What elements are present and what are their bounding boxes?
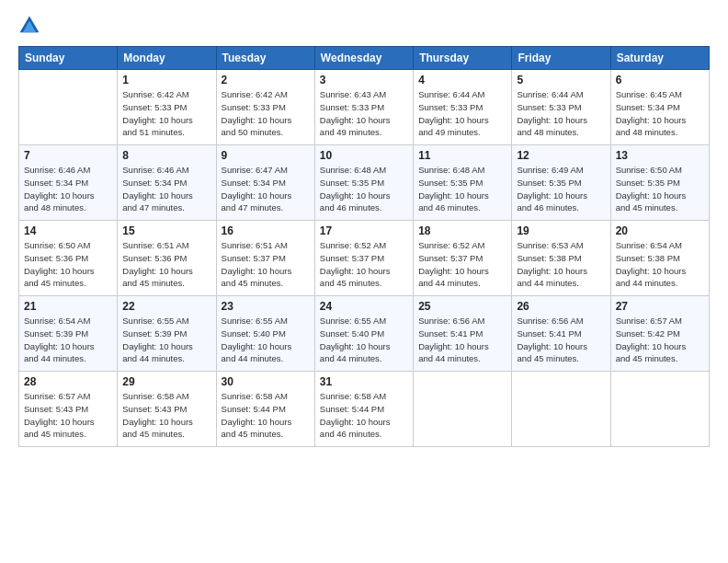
calendar-cell: 24Sunrise: 6:55 AM Sunset: 5:40 PM Dayli… [314, 296, 413, 372]
day-number: 6 [616, 74, 704, 86]
calendar-cell: 20Sunrise: 6:54 AM Sunset: 5:38 PM Dayli… [610, 221, 709, 296]
weekday-header-tuesday: Tuesday [216, 47, 314, 70]
day-number: 4 [418, 74, 506, 86]
logo [18, 15, 42, 37]
day-number: 26 [517, 300, 605, 313]
day-number: 8 [122, 149, 210, 162]
day-number: 25 [418, 300, 506, 313]
calendar-cell: 8Sunrise: 6:46 AM Sunset: 5:34 PM Daylig… [118, 145, 216, 221]
day-number: 16 [222, 224, 310, 237]
day-number: 28 [24, 375, 112, 388]
day-info: Sunrise: 6:57 AM Sunset: 5:43 PM Dayligh… [24, 390, 112, 441]
day-info: Sunrise: 6:48 AM Sunset: 5:35 PM Dayligh… [418, 164, 506, 214]
calendar-cell: 16Sunrise: 6:51 AM Sunset: 5:37 PM Dayli… [216, 221, 314, 296]
day-info: Sunrise: 6:49 AM Sunset: 5:35 PM Dayligh… [517, 164, 605, 214]
day-number: 15 [122, 224, 210, 237]
day-info: Sunrise: 6:46 AM Sunset: 5:34 PM Dayligh… [122, 164, 210, 214]
day-number: 29 [122, 375, 210, 388]
day-number: 2 [222, 74, 310, 86]
calendar-cell: 7Sunrise: 6:46 AM Sunset: 5:34 PM Daylig… [19, 145, 118, 221]
calendar-cell: 10Sunrise: 6:48 AM Sunset: 5:35 PM Dayli… [314, 145, 413, 221]
weekday-header-sunday: Sunday [19, 47, 118, 70]
calendar-cell: 15Sunrise: 6:51 AM Sunset: 5:36 PM Dayli… [118, 221, 216, 296]
header [18, 15, 710, 37]
day-number: 27 [616, 300, 704, 313]
day-info: Sunrise: 6:58 AM Sunset: 5:43 PM Dayligh… [122, 390, 210, 441]
day-info: Sunrise: 6:54 AM Sunset: 5:38 PM Dayligh… [616, 239, 704, 290]
calendar-cell: 5Sunrise: 6:44 AM Sunset: 5:33 PM Daylig… [512, 70, 610, 145]
day-number: 22 [122, 300, 210, 313]
day-info: Sunrise: 6:52 AM Sunset: 5:37 PM Dayligh… [418, 239, 506, 290]
calendar-cell [512, 372, 610, 447]
day-number: 3 [320, 74, 408, 86]
day-info: Sunrise: 6:52 AM Sunset: 5:37 PM Dayligh… [320, 239, 408, 290]
day-number: 19 [517, 224, 605, 237]
weekday-header-monday: Monday [118, 47, 216, 70]
weekday-header-friday: Friday [512, 47, 610, 70]
day-number: 31 [320, 375, 408, 388]
day-info: Sunrise: 6:50 AM Sunset: 5:35 PM Dayligh… [616, 164, 704, 214]
calendar-cell: 23Sunrise: 6:55 AM Sunset: 5:40 PM Dayli… [216, 296, 314, 372]
calendar-cell: 9Sunrise: 6:47 AM Sunset: 5:34 PM Daylig… [216, 145, 314, 221]
day-info: Sunrise: 6:58 AM Sunset: 5:44 PM Dayligh… [222, 390, 310, 441]
week-row-2: 7Sunrise: 6:46 AM Sunset: 5:34 PM Daylig… [19, 145, 710, 221]
day-number: 18 [418, 224, 506, 237]
day-info: Sunrise: 6:53 AM Sunset: 5:38 PM Dayligh… [517, 239, 605, 290]
day-number: 23 [222, 300, 310, 313]
day-info: Sunrise: 6:44 AM Sunset: 5:33 PM Dayligh… [517, 88, 605, 139]
day-info: Sunrise: 6:54 AM Sunset: 5:39 PM Dayligh… [24, 315, 112, 365]
calendar-cell: 26Sunrise: 6:56 AM Sunset: 5:41 PM Dayli… [512, 296, 610, 372]
calendar-cell [19, 70, 118, 145]
day-number: 21 [24, 300, 112, 313]
calendar-cell: 17Sunrise: 6:52 AM Sunset: 5:37 PM Dayli… [314, 221, 413, 296]
calendar-cell: 13Sunrise: 6:50 AM Sunset: 5:35 PM Dayli… [610, 145, 709, 221]
day-number: 1 [122, 74, 210, 86]
calendar-cell: 12Sunrise: 6:49 AM Sunset: 5:35 PM Dayli… [512, 145, 610, 221]
calendar-cell: 28Sunrise: 6:57 AM Sunset: 5:43 PM Dayli… [19, 372, 118, 447]
day-number: 20 [616, 224, 704, 237]
day-info: Sunrise: 6:57 AM Sunset: 5:42 PM Dayligh… [616, 315, 704, 365]
day-info: Sunrise: 6:46 AM Sunset: 5:34 PM Dayligh… [24, 164, 112, 214]
calendar-cell: 19Sunrise: 6:53 AM Sunset: 5:38 PM Dayli… [512, 221, 610, 296]
day-number: 10 [320, 149, 408, 162]
calendar-cell [610, 372, 709, 447]
logo-icon [18, 15, 40, 37]
day-info: Sunrise: 6:58 AM Sunset: 5:44 PM Dayligh… [320, 390, 408, 441]
week-row-3: 14Sunrise: 6:50 AM Sunset: 5:36 PM Dayli… [19, 221, 710, 296]
day-number: 5 [517, 74, 605, 86]
calendar-cell: 27Sunrise: 6:57 AM Sunset: 5:42 PM Dayli… [610, 296, 709, 372]
calendar-cell: 25Sunrise: 6:56 AM Sunset: 5:41 PM Dayli… [414, 296, 512, 372]
day-info: Sunrise: 6:42 AM Sunset: 5:33 PM Dayligh… [122, 88, 210, 139]
day-number: 13 [616, 149, 704, 162]
day-number: 7 [24, 149, 112, 162]
calendar-table: SundayMondayTuesdayWednesdayThursdayFrid… [18, 46, 710, 447]
day-info: Sunrise: 6:55 AM Sunset: 5:40 PM Dayligh… [222, 315, 310, 365]
page: SundayMondayTuesdayWednesdayThursdayFrid… [0, 0, 728, 563]
day-info: Sunrise: 6:56 AM Sunset: 5:41 PM Dayligh… [517, 315, 605, 365]
day-number: 11 [418, 149, 506, 162]
day-info: Sunrise: 6:44 AM Sunset: 5:33 PM Dayligh… [418, 88, 506, 139]
day-info: Sunrise: 6:47 AM Sunset: 5:34 PM Dayligh… [222, 164, 310, 214]
calendar-cell: 2Sunrise: 6:42 AM Sunset: 5:33 PM Daylig… [216, 70, 314, 145]
calendar-cell: 11Sunrise: 6:48 AM Sunset: 5:35 PM Dayli… [414, 145, 512, 221]
day-number: 17 [320, 224, 408, 237]
calendar-cell: 14Sunrise: 6:50 AM Sunset: 5:36 PM Dayli… [19, 221, 118, 296]
day-info: Sunrise: 6:43 AM Sunset: 5:33 PM Dayligh… [320, 88, 408, 139]
calendar-cell: 22Sunrise: 6:55 AM Sunset: 5:39 PM Dayli… [118, 296, 216, 372]
day-info: Sunrise: 6:56 AM Sunset: 5:41 PM Dayligh… [418, 315, 506, 365]
week-row-5: 28Sunrise: 6:57 AM Sunset: 5:43 PM Dayli… [19, 372, 710, 447]
calendar-cell: 21Sunrise: 6:54 AM Sunset: 5:39 PM Dayli… [19, 296, 118, 372]
calendar-cell: 30Sunrise: 6:58 AM Sunset: 5:44 PM Dayli… [216, 372, 314, 447]
calendar-cell: 18Sunrise: 6:52 AM Sunset: 5:37 PM Dayli… [414, 221, 512, 296]
calendar-cell: 1Sunrise: 6:42 AM Sunset: 5:33 PM Daylig… [118, 70, 216, 145]
day-number: 30 [222, 375, 310, 388]
day-info: Sunrise: 6:51 AM Sunset: 5:37 PM Dayligh… [222, 239, 310, 290]
day-info: Sunrise: 6:51 AM Sunset: 5:36 PM Dayligh… [122, 239, 210, 290]
week-row-4: 21Sunrise: 6:54 AM Sunset: 5:39 PM Dayli… [19, 296, 710, 372]
day-number: 24 [320, 300, 408, 313]
weekday-header-thursday: Thursday [414, 47, 512, 70]
calendar-cell: 4Sunrise: 6:44 AM Sunset: 5:33 PM Daylig… [414, 70, 512, 145]
calendar-cell [414, 372, 512, 447]
calendar-cell: 3Sunrise: 6:43 AM Sunset: 5:33 PM Daylig… [314, 70, 413, 145]
calendar-cell: 6Sunrise: 6:45 AM Sunset: 5:34 PM Daylig… [610, 70, 709, 145]
